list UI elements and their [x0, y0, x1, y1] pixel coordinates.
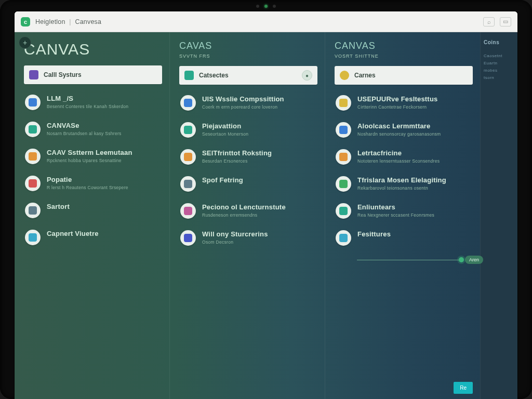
header-icon — [184, 71, 194, 80]
app-icon: c — [21, 17, 30, 26]
right-rail: Coins CaosetntEuartnmobestsorn — [480, 32, 517, 399]
item-label: Enliuntears — [357, 203, 434, 211]
rail-item[interactable]: tsorn — [484, 75, 514, 83]
list-item[interactable]: Spof Fetring — [179, 171, 317, 197]
item-desc: R lerst h Reautens Coworant Srsepere — [47, 185, 128, 190]
header-icon — [29, 70, 38, 79]
columns: CANVAS Calll Systurs LLM _/SBesennt Cont… — [15, 32, 517, 399]
item-label: Aloolcasc Lermmttare — [357, 122, 441, 130]
column-1-title: CANVAS — [24, 41, 162, 58]
rail-heading: Coins — [484, 39, 514, 45]
window-icon[interactable]: ▭ — [500, 17, 511, 26]
item-label: Fesittures — [357, 230, 391, 238]
float-chip[interactable]: Aren — [465, 256, 483, 264]
list-item[interactable]: Aloolcasc LermmttareNoshardn senonsorcay… — [335, 117, 473, 143]
item-icon — [25, 95, 41, 110]
column-3-list: USEPUURve FesltesttusCirtterinn Caontetr… — [335, 90, 473, 394]
column-2-title: CAVAS — [179, 41, 317, 51]
column-3: CANVAS Vosrt Shittne Carnes USEPUURve Fe… — [325, 32, 480, 399]
add-button[interactable]: + — [19, 36, 31, 49]
laptop-bezel: c Heigletlon | Canvesa ⌕ ▭ + CANVAS Cal — [0, 0, 532, 399]
list-item[interactable]: Peciono ol LencturnstuteRusdeneson errem… — [179, 198, 317, 224]
rail-item[interactable] — [484, 90, 514, 97]
float-node: Aren — [357, 256, 483, 264]
tab-title-sep: | — [69, 18, 71, 25]
item-icon — [25, 230, 41, 245]
item-label: Piejavattion — [202, 122, 248, 130]
item-icon — [25, 149, 41, 164]
item-label: Letrtacfricine — [357, 149, 440, 157]
list-item[interactable]: EnliuntearsRea Nexgnerer sccasent Feonrs… — [335, 198, 473, 224]
column-1-list: LLM _/SBesennt Conteres tile Kanah Ssker… — [24, 89, 162, 394]
item-label: UlS Wsslie Compssittion — [202, 95, 284, 103]
item-label: CANVASe — [47, 122, 122, 129]
item-icon — [25, 203, 41, 218]
list-item[interactable]: CAAV Sstterm LeemutaanRpcknent hobba Upa… — [24, 143, 162, 169]
rail-item[interactable] — [484, 83, 514, 90]
item-label: Popatie — [47, 176, 128, 183]
item-icon — [336, 122, 351, 138]
rail-item[interactable]: mobes — [484, 68, 514, 75]
list-item[interactable]: USEPUURve FesltesttusCirtterinn Caontetr… — [335, 90, 473, 116]
item-label: Will ony Sturcrerins — [202, 230, 268, 238]
list-item[interactable]: CANVASeNosarn Brutandsen al kasy Sshrers — [24, 116, 162, 142]
header-icon — [340, 71, 349, 80]
rail-item[interactable]: Euartn — [484, 61, 514, 68]
cta-button[interactable]: Re — [454, 382, 473, 394]
item-label: Spof Fetring — [202, 176, 243, 184]
item-icon — [25, 122, 41, 137]
item-desc: Rekarbarovol teionsonans osentn — [357, 185, 446, 191]
list-item[interactable]: LLM _/SBesennt Conteres tile Kanah Ssker… — [24, 89, 162, 115]
list-item[interactable]: Fesittures — [335, 225, 473, 251]
tab-title-b: Canvesa — [75, 18, 101, 25]
list-item[interactable]: Sartort — [24, 197, 162, 223]
item-desc: Coerk m errn poereard core loveron — [202, 104, 284, 110]
item-icon — [180, 95, 196, 111]
item-desc: Rpcknent hobba Upares Sesnattine — [47, 158, 132, 163]
item-icon — [336, 176, 351, 192]
column-3-header[interactable]: Carnes — [335, 66, 473, 85]
header-label: Calll Systurs — [44, 71, 82, 78]
main-surface: + CANVAS Calll Systurs LLM _/SBesennt Co… — [15, 32, 517, 399]
list-item[interactable]: UlS Wsslie CompssittionCoerk m errn poer… — [179, 90, 317, 116]
column-1: CANVAS Calll Systurs LLM _/SBesennt Cont… — [15, 32, 169, 399]
column-3-title: CANVAS — [335, 41, 473, 51]
rail-item[interactable] — [484, 97, 514, 104]
item-desc: Nototeren lenserntuasser Sconsendres — [357, 158, 440, 164]
header-label: Catsectes — [199, 72, 229, 79]
item-desc: Nosarn Brutandsen al kasy Sshrers — [47, 131, 122, 136]
item-desc: Noshardn senonsorcay garosanasonsm — [357, 131, 441, 137]
item-label: Peciono ol Lencturnstute — [202, 203, 286, 211]
list-item[interactable]: PiejavattionSeseortaon Monerson — [179, 117, 317, 143]
item-label: USEPUURve Fesltesttus — [357, 95, 437, 103]
list-item[interactable]: LetrtacfricineNototeren lenserntuasser S… — [335, 144, 473, 170]
item-label: Sartort — [47, 203, 70, 210]
camera-cluster — [256, 5, 276, 8]
refresh-icon[interactable]: ● — [302, 70, 312, 81]
item-label: LLM _/S — [47, 95, 128, 102]
search-icon[interactable]: ⌕ — [483, 17, 495, 26]
item-icon — [180, 149, 196, 165]
column-1-header[interactable]: Calll Systurs — [24, 65, 162, 84]
item-desc: Cirtterinn Caontetrae Feckorsern — [357, 104, 437, 110]
item-label: CAAV Sstterm Leemutaan — [47, 149, 132, 156]
item-label: Capnert Viuetre — [47, 230, 99, 237]
item-icon — [180, 203, 196, 219]
tab-title[interactable]: Heigletlon | Canvesa — [35, 18, 101, 25]
column-3-subtitle: Vosrt Shittne — [335, 54, 473, 59]
column-2-list: UlS Wsslie CompssittionCoerk m errn poer… — [179, 90, 317, 394]
list-item[interactable]: PopatieR lerst h Reautens Coworant Srsep… — [24, 170, 162, 196]
list-item[interactable]: Tfrislara Mosen ElelagitingRekarbarovol … — [335, 171, 473, 197]
item-icon — [336, 95, 351, 111]
list-item[interactable]: SElTfrinttot RokstingBesurdan Ersonerces — [179, 144, 317, 170]
item-desc: Besennt Conteres tile Kanah Sskerdon — [47, 104, 128, 109]
list-item[interactable]: Will ony SturcrerinsOsom Decsron — [179, 225, 317, 251]
column-2: CAVAS SVVTN FRS Catsectes ● UlS Wsslie C… — [169, 32, 325, 399]
column-2-header[interactable]: Catsectes ● — [179, 66, 317, 85]
tab-title-a: Heigletlon — [35, 18, 65, 25]
item-icon — [180, 230, 196, 246]
list-item[interactable]: Capnert Viuetre — [24, 224, 162, 250]
screen: c Heigletlon | Canvesa ⌕ ▭ + CANVAS Cal — [15, 11, 517, 399]
rail-item[interactable]: Caosetnt — [484, 54, 514, 61]
item-label: SElTfrinttot Roksting — [202, 149, 272, 157]
